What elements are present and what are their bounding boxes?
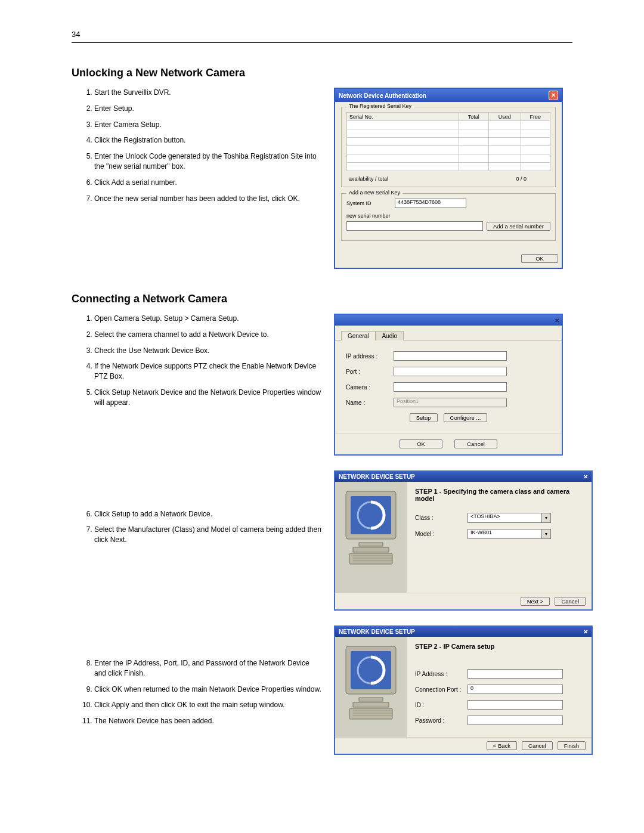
- next-button[interactable]: Next >: [521, 597, 550, 606]
- class-label: Class :: [415, 515, 463, 521]
- cancel-button[interactable]: Cancel: [555, 597, 586, 606]
- availability-value: 0 / 0: [516, 176, 527, 182]
- close-icon[interactable]: ✕: [549, 91, 558, 100]
- id-input[interactable]: [467, 700, 563, 710]
- col-used: Used: [488, 113, 521, 121]
- dialog-network-device-setup-step1: NETWORK DEVICE SETUP ✕: [334, 470, 593, 611]
- serial-table: Serial No. Total Used Free: [346, 112, 550, 171]
- ip-label: IP Address :: [415, 671, 463, 677]
- cancel-button[interactable]: Cancel: [454, 439, 497, 448]
- list-item: Enter the IP Address, Port, ID, and Pass…: [94, 658, 322, 679]
- col-serial: Serial No.: [347, 113, 459, 121]
- back-button[interactable]: < Back: [487, 741, 517, 750]
- list-item: Enter the Unlock Code generated by the T…: [94, 151, 322, 172]
- svg-rect-4: [353, 547, 389, 552]
- list-item: Select the Manufacturer (Class) and Mode…: [94, 525, 322, 545]
- list-item: The Network Device has been added.: [94, 716, 322, 726]
- list-item: Click Setup Network Device and the Netwo…: [94, 388, 322, 408]
- cancel-button[interactable]: Cancel: [522, 741, 553, 750]
- password-input[interactable]: [467, 716, 563, 725]
- tab-audio[interactable]: Audio: [376, 331, 404, 340]
- chevron-down-icon: ▾: [541, 529, 550, 538]
- port-input[interactable]: [394, 367, 507, 376]
- new-serial-input[interactable]: [346, 221, 483, 231]
- model-label: Model :: [415, 531, 463, 537]
- dialog-network-device-setup-step2: NETWORK DEVICE SETUP ✕: [334, 625, 593, 755]
- close-icon[interactable]: ✕: [555, 317, 559, 324]
- model-select[interactable]: IK-WB01▾: [467, 529, 551, 539]
- setup-button[interactable]: Setup: [410, 413, 438, 422]
- heading-unlocking: Unlocking a New Network Camera: [72, 67, 572, 79]
- list-item: Select the camera channel to add a Netwo…: [94, 330, 322, 340]
- system-id-label: System ID: [346, 200, 391, 206]
- list-item: Once the new serial number has been adde…: [94, 194, 322, 204]
- list-item: Click the Registration button.: [94, 135, 322, 145]
- add-serial-button[interactable]: Add a serial number: [487, 222, 550, 231]
- list-item: Click Add a serial number.: [94, 178, 322, 188]
- svg-rect-12: [359, 698, 383, 701]
- ip-input[interactable]: [467, 669, 563, 679]
- dialog-network-device-authentication: Network Device Authentication ✕ The Regi…: [334, 88, 563, 269]
- camera-input[interactable]: [394, 382, 507, 392]
- availability-label: availability / total: [349, 176, 388, 182]
- chevron-down-icon: ▾: [541, 513, 550, 522]
- tab-general[interactable]: General: [341, 331, 376, 340]
- list-item: Click OK when returned to the main Netwo…: [94, 685, 322, 695]
- svg-rect-3: [359, 543, 383, 546]
- class-select[interactable]: <TOSHIBA>▾: [467, 513, 551, 523]
- wizard-step-title: STEP 1 - Specifying the camera class and…: [415, 488, 583, 502]
- close-icon[interactable]: ✕: [583, 628, 588, 635]
- dialog-title: Network Device Authentication: [339, 92, 426, 99]
- svg-rect-14: [349, 708, 392, 719]
- port-label: Connection Port :: [415, 686, 463, 693]
- dialog-camera-properties: ✕ General Audio IP address : Port : Came…: [334, 314, 563, 456]
- list-item: Click Setup to add a Network Device.: [94, 509, 322, 519]
- monitor-art-icon: [341, 643, 401, 732]
- list-item: If the Network Device supports PTZ check…: [94, 361, 322, 382]
- wizard-step-title: STEP 2 - IP Camera setup: [415, 643, 583, 650]
- list-item: Check the Use Network Device Box.: [94, 346, 322, 356]
- dialog-title: NETWORK DEVICE SETUP: [339, 473, 415, 480]
- ip-label: IP address :: [346, 353, 388, 360]
- svg-rect-5: [349, 553, 392, 564]
- connecting-steps-a: Open Camera Setup. Setup > Camera Setup.…: [72, 314, 322, 408]
- col-free: Free: [521, 113, 550, 121]
- heading-connecting: Connecting a Network Camera: [72, 293, 572, 305]
- top-divider: [72, 42, 572, 43]
- ip-input[interactable]: [394, 351, 507, 361]
- group-legend: Add a new Serial Key: [346, 190, 402, 196]
- group-legend: The Registered Serial Key: [346, 103, 414, 109]
- ok-button[interactable]: OK: [400, 439, 442, 448]
- list-item: Click Apply and then click OK to exit th…: [94, 700, 322, 710]
- dialog-title: NETWORK DEVICE SETUP: [339, 628, 415, 635]
- ok-button[interactable]: OK: [521, 254, 558, 263]
- monitor-art-icon: [341, 488, 401, 577]
- password-label: Password :: [415, 717, 463, 724]
- port-input[interactable]: 0: [467, 685, 563, 694]
- connecting-steps-c: Enter the IP Address, Port, ID, and Pass…: [72, 658, 322, 726]
- svg-rect-13: [353, 702, 389, 707]
- list-item: Enter Setup.: [94, 104, 322, 114]
- port-label: Port :: [346, 368, 388, 375]
- close-icon[interactable]: ✕: [583, 473, 588, 480]
- configure-button[interactable]: Configure ...: [444, 413, 488, 422]
- id-label: ID :: [415, 702, 463, 708]
- name-label: Name :: [346, 400, 388, 406]
- connecting-steps-b: Click Setup to add a Network Device. Sel…: [72, 509, 322, 545]
- unlocking-steps: Start the Surveillix DVR. Enter Setup. E…: [72, 88, 322, 203]
- page-number: 34: [72, 30, 572, 39]
- list-item: Open Camera Setup. Setup > Camera Setup.: [94, 314, 322, 324]
- list-item: Start the Surveillix DVR.: [94, 88, 322, 98]
- camera-label: Camera :: [346, 384, 388, 391]
- list-item: Enter Camera Setup.: [94, 120, 322, 130]
- finish-button[interactable]: Finish: [558, 741, 586, 750]
- col-total: Total: [459, 113, 488, 121]
- system-id-field[interactable]: 4438F7534D7608: [395, 199, 466, 208]
- name-input[interactable]: Position1: [394, 398, 507, 407]
- new-serial-label: new serial number: [346, 213, 550, 219]
